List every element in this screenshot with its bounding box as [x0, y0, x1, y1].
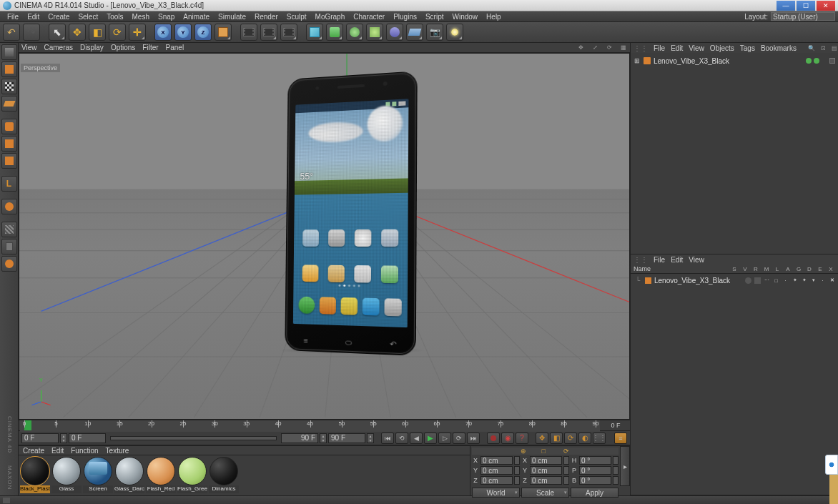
- nurbs-button[interactable]: [346, 24, 363, 41]
- render-region-button[interactable]: [260, 24, 277, 41]
- primitive-cube-button[interactable]: [306, 24, 323, 41]
- goto-end-button[interactable]: ⏭: [467, 433, 480, 444]
- array-button[interactable]: [366, 24, 383, 41]
- scale-tool-button[interactable]: ◧: [89, 24, 106, 41]
- move-tool-button[interactable]: ✥: [69, 24, 86, 41]
- camera-button[interactable]: [426, 24, 443, 41]
- material-dinamics[interactable]: Dinamics: [209, 457, 239, 493]
- menu-snap[interactable]: Snap: [154, 11, 179, 22]
- frame-end-field[interactable]: 90 F: [328, 433, 365, 443]
- range-start-field[interactable]: 0 F: [69, 433, 106, 443]
- undo-button[interactable]: ↶: [3, 24, 20, 41]
- last-tool-button[interactable]: ✛: [129, 24, 146, 41]
- menu-file[interactable]: File: [3, 11, 23, 22]
- pos-x-field[interactable]: 0 cm: [480, 456, 513, 465]
- viewport-nav-icon[interactable]: ✥: [577, 44, 584, 51]
- window-maximize-button[interactable]: ☐: [797, 1, 815, 11]
- menu-plugins[interactable]: Plugins: [389, 11, 421, 22]
- model-mode-button[interactable]: [1, 61, 17, 77]
- attrmenu-view[interactable]: View: [689, 256, 704, 264]
- pos-z-field[interactable]: 0 cm: [480, 476, 513, 485]
- y-axis-lock-button[interactable]: Y: [174, 24, 192, 41]
- vpmenu-display[interactable]: Display: [80, 44, 104, 51]
- matmenu-function[interactable]: Function: [71, 447, 98, 455]
- texture-mode-button[interactable]: [1, 79, 17, 94]
- menu-help[interactable]: Help: [482, 11, 506, 22]
- rot-p-field[interactable]: 0 °: [579, 466, 611, 475]
- make-editable-button[interactable]: [1, 44, 17, 60]
- ommenu-edit[interactable]: Edit: [671, 44, 683, 52]
- size-z-field[interactable]: 0 cm: [530, 476, 562, 485]
- menu-mograph[interactable]: MoGraph: [311, 11, 350, 22]
- material-flash_gree[interactable]: Flash_Gree: [177, 457, 207, 493]
- light-button[interactable]: [446, 24, 463, 41]
- viewport-zoom-icon[interactable]: ⤢: [591, 44, 598, 51]
- menu-character[interactable]: Character: [349, 11, 389, 22]
- coord-system-button[interactable]: [215, 24, 232, 41]
- deformer-button[interactable]: [386, 24, 403, 41]
- menu-sculpt[interactable]: Sculpt: [282, 11, 311, 22]
- workplane-button[interactable]: [1, 256, 17, 272]
- menu-mesh[interactable]: Mesh: [128, 11, 154, 22]
- visibility-editor-dot[interactable]: [806, 58, 812, 64]
- goto-start-button[interactable]: ⏮: [381, 433, 394, 444]
- size-mode-select[interactable]: Scale: [521, 488, 569, 498]
- rot-h-field[interactable]: 0 °: [579, 456, 611, 465]
- rotate-tool-button[interactable]: ⟳: [109, 24, 126, 41]
- next-key-button[interactable]: ⟳: [453, 433, 465, 444]
- snap-settings-button[interactable]: [1, 239, 17, 255]
- tweak-button[interactable]: [1, 199, 17, 214]
- menu-window[interactable]: Window: [448, 11, 483, 22]
- size-y-field[interactable]: 0 cm: [530, 466, 562, 475]
- point-mode-button[interactable]: [1, 119, 17, 134]
- material-glass[interactable]: Glass: [51, 457, 82, 493]
- ommenu-tags[interactable]: Tags: [740, 44, 755, 52]
- menu-edit[interactable]: Edit: [23, 11, 44, 22]
- ommenu-file[interactable]: File: [654, 44, 665, 52]
- next-frame-button[interactable]: ▷: [438, 433, 451, 444]
- key-rot-button[interactable]: ⟳: [564, 433, 577, 444]
- menu-tools[interactable]: Tools: [102, 11, 127, 22]
- matmenu-create[interactable]: Create: [23, 447, 44, 455]
- range-end-field[interactable]: 90 F: [281, 433, 318, 443]
- frame-end-spinner[interactable]: ▲▼: [367, 433, 374, 443]
- key-param-button[interactable]: ◐: [578, 433, 591, 444]
- ommenu-view[interactable]: View: [689, 44, 704, 52]
- floating-widget[interactable]: [825, 455, 838, 475]
- attrmenu-edit[interactable]: Edit: [671, 256, 683, 264]
- material-glass_darc[interactable]: Glass_Darc: [114, 457, 144, 493]
- menu-render[interactable]: Render: [250, 11, 282, 22]
- layout-select[interactable]: Startup (User): [771, 12, 835, 21]
- key-scale-button[interactable]: ◧: [550, 433, 563, 444]
- pos-y-field[interactable]: 0 cm: [480, 466, 513, 475]
- ommenu-objects[interactable]: Objects: [710, 44, 734, 52]
- menu-create[interactable]: Create: [44, 11, 74, 22]
- play-button[interactable]: ▶: [424, 433, 437, 444]
- render-picture-viewer-button[interactable]: [280, 24, 297, 41]
- workplane-mode-button[interactable]: [1, 96, 17, 112]
- material-black_plast[interactable]: Black_Plast: [20, 457, 50, 493]
- snap-enable-button[interactable]: [1, 222, 17, 237]
- frame-start-spinner[interactable]: ▲▼: [60, 433, 67, 443]
- om-search-icon[interactable]: 🔍: [808, 44, 815, 52]
- keyframe-sel-button[interactable]: ?: [516, 433, 528, 444]
- spline-pen-button[interactable]: [326, 24, 343, 41]
- apply-button[interactable]: Apply: [571, 488, 618, 498]
- timeline-ruler[interactable]: 051015202530354045505560657075808590 0 F: [19, 420, 630, 431]
- window-minimize-button[interactable]: —: [777, 1, 795, 11]
- menu-select[interactable]: Select: [74, 11, 102, 22]
- expand-icon[interactable]: ⊞: [634, 57, 641, 64]
- prev-frame-button[interactable]: ◀: [410, 433, 423, 444]
- render-view-button[interactable]: [240, 24, 257, 41]
- frame-start-field[interactable]: 0 F: [21, 433, 59, 443]
- ommenu-bookmarks[interactable]: Bookmarks: [761, 44, 797, 52]
- key-pos-button[interactable]: ✥: [536, 433, 548, 444]
- range-end-spinner[interactable]: ▲▼: [320, 433, 327, 443]
- size-x-field[interactable]: 0 cm: [530, 456, 562, 465]
- coord-mode-select[interactable]: World: [472, 488, 520, 498]
- panel-collapse-button[interactable]: ▸: [620, 446, 630, 486]
- attrmenu-file[interactable]: File: [654, 256, 665, 264]
- polygon-mode-button[interactable]: [1, 153, 17, 169]
- menu-animate[interactable]: Animate: [179, 11, 214, 22]
- attr-row[interactable]: └ Lenovo_Vibe_X3_Black ⋯ □ · ✦ ✦ ▾ · ✕: [634, 275, 835, 285]
